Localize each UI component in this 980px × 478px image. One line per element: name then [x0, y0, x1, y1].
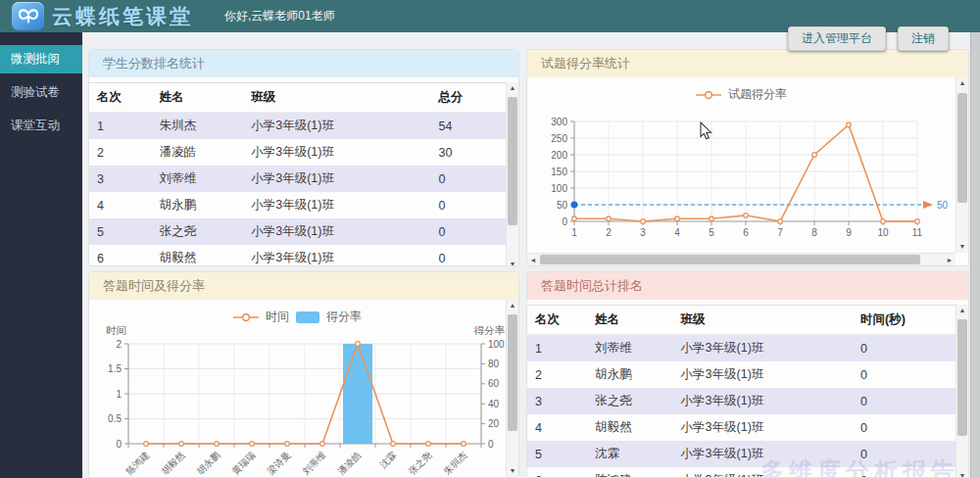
table-row: 4胡永鹏小学3年级(1)班0	[89, 192, 506, 218]
svg-text:250: 250	[551, 133, 567, 144]
svg-text:1: 1	[116, 389, 122, 400]
svg-text:50: 50	[937, 200, 949, 211]
col-name: 姓名	[152, 83, 244, 113]
chart-vscrollbar[interactable]: ▲ ▼	[956, 77, 968, 253]
sidebar-item-micro-review[interactable]: 微测批阅	[0, 45, 82, 73]
svg-text:0: 0	[488, 439, 494, 450]
scroll-track[interactable]	[507, 311, 518, 465]
svg-text:20: 20	[488, 418, 500, 429]
svg-text:1: 1	[571, 227, 577, 238]
svg-text:11: 11	[912, 227, 923, 238]
scroll-thumb[interactable]	[508, 97, 517, 225]
svg-text:7: 7	[777, 227, 783, 238]
page-scrollbar-gutter[interactable]	[970, 32, 980, 478]
svg-text:张之尧: 张之尧	[406, 449, 433, 476]
svg-text:300: 300	[551, 117, 567, 127]
table-row: 4胡毅然小学3年级(1)班0	[527, 414, 956, 441]
scroll-up-icon[interactable]: ▲	[956, 305, 968, 316]
table-row: 2潘凌皓小学3年级(1)班30	[89, 139, 506, 166]
svg-text:50: 50	[557, 200, 568, 211]
legend-line-icon	[233, 312, 259, 322]
table-row: 5沈霖小学3年级(1)班0	[527, 441, 956, 467]
score-table-scrollbar[interactable]: ▲ ▼	[506, 82, 518, 266]
sidebar-item-test-paper[interactable]: 测验试卷	[0, 78, 82, 107]
col-rank: 名次	[527, 306, 587, 335]
svg-text:黄瑞瑞: 黄瑞瑞	[229, 450, 257, 477]
svg-text:100: 100	[488, 339, 505, 350]
svg-text:60: 60	[488, 378, 500, 389]
svg-text:刘蒂维: 刘蒂维	[300, 450, 327, 477]
question-rate-chart: 050100150200250300123456789101150	[527, 104, 955, 251]
panel-title-question-rate: 试题得分率统计	[527, 50, 968, 77]
sidebar-item-class-interaction[interactable]: 课堂互动	[0, 112, 82, 140]
chart-hscrollbar[interactable]: ◄ ►	[527, 253, 956, 265]
panel-time-ranking: 答题时间总计排名 名次 姓名 班级 时间(秒) 1刘蒂维小学3年级(1)班02胡…	[526, 271, 969, 478]
table-row: 3刘蒂维小学3年级(1)班0	[89, 166, 506, 192]
score-ranking-body: 名次 姓名 班级 总分 1朱圳杰小学3年级(1)班542潘凌皓小学3年级(1)班…	[89, 82, 518, 266]
svg-text:150: 150	[551, 167, 567, 177]
svg-text:100: 100	[551, 183, 567, 194]
svg-text:5: 5	[709, 227, 714, 238]
svg-text:得分率: 得分率	[474, 324, 506, 336]
svg-text:8: 8	[811, 227, 817, 238]
table-header-row: 名次 姓名 班级 时间(秒)	[527, 306, 956, 335]
svg-text:陈鸿建: 陈鸿建	[123, 450, 151, 477]
svg-text:0.5: 0.5	[108, 413, 122, 424]
col-rank: 名次	[89, 83, 152, 113]
scroll-down-icon[interactable]: ▼	[956, 241, 968, 253]
top-buttons: 进入管理平台 注销	[788, 26, 949, 51]
app-logo	[12, 2, 44, 30]
scroll-left-icon[interactable]: ◄	[527, 257, 539, 263]
scroll-track[interactable]	[956, 316, 968, 470]
panel-title-time-rate: 答题时间及得分率	[89, 272, 518, 300]
app-title: 云蝶纸笔课堂	[52, 3, 193, 30]
scroll-up-icon[interactable]: ▲	[507, 300, 518, 311]
sidebar: 微测批阅 测验试卷 课堂互动	[0, 32, 82, 478]
enter-admin-button[interactable]: 进入管理平台	[788, 26, 886, 51]
scroll-down-icon[interactable]: ▼	[507, 259, 518, 266]
svg-text:4: 4	[674, 227, 680, 238]
svg-text:6: 6	[743, 227, 749, 238]
panel-title-score-ranking: 学生分数排名统计	[89, 50, 518, 77]
table-row: 3张之尧小学3年级(1)班0	[527, 388, 956, 414]
scroll-up-icon[interactable]: ▲	[956, 77, 968, 89]
scroll-up-icon[interactable]: ▲	[507, 82, 518, 94]
scroll-down-icon[interactable]: ▼	[956, 470, 968, 478]
table-header-row: 名次 姓名 班级 总分	[89, 83, 506, 113]
scroll-thumb[interactable]	[957, 319, 967, 436]
panel-question-rate: 试题得分率统计 试题得分率 05010015020025030012345678…	[526, 49, 969, 266]
col-class: 班级	[243, 83, 430, 113]
col-name: 姓名	[587, 306, 672, 335]
time-rate-chart: 00.511.52020406080100时间得分率陈鸿建胡毅然胡永鹏黄瑞瑞梁诗…	[89, 322, 507, 477]
scroll-thumb[interactable]	[540, 255, 920, 264]
scroll-thumb[interactable]	[957, 93, 967, 203]
svg-text:80: 80	[488, 358, 500, 369]
scroll-down-icon[interactable]: ▼	[507, 465, 518, 477]
legend-bar-icon	[296, 311, 319, 323]
time-ranking-table: 名次 姓名 班级 时间(秒) 1刘蒂维小学3年级(1)班02胡永鹏小学3年级(1…	[527, 305, 956, 478]
panel-time-rate: 答题时间及得分率 时间 得分率 00.511.52020406080100时间得…	[88, 271, 519, 478]
chart-legend[interactable]: 试题得分率	[527, 86, 956, 103]
panel-title-time-ranking: 答题时间总计排名	[527, 272, 968, 300]
svg-text:2: 2	[606, 227, 612, 238]
svg-text:胡毅然: 胡毅然	[159, 449, 186, 476]
svg-text:10: 10	[877, 227, 889, 238]
svg-text:0: 0	[562, 216, 567, 227]
time-table-scrollbar[interactable]: ▲ ▼	[956, 305, 968, 478]
scroll-track[interactable]	[539, 254, 944, 265]
chart-vscrollbar[interactable]: ▲ ▼	[506, 300, 518, 477]
question-rate-body: 试题得分率 050100150200250300123456789101150 …	[527, 77, 968, 265]
panel-score-ranking: 学生分数排名统计 名次 姓名 班级 总分 1朱圳杰小学3年级(1)班542潘凌皓…	[88, 49, 519, 266]
svg-text:时间: 时间	[106, 324, 126, 336]
col-class: 班级	[673, 306, 854, 335]
scroll-right-icon[interactable]: ►	[944, 257, 956, 263]
logout-button[interactable]: 注销	[898, 26, 949, 51]
scroll-thumb[interactable]	[508, 314, 517, 431]
svg-text:200: 200	[551, 150, 567, 161]
svg-text:3: 3	[640, 227, 646, 238]
svg-text:1.5: 1.5	[108, 363, 122, 374]
svg-text:0: 0	[116, 439, 122, 450]
svg-text:2: 2	[116, 339, 122, 350]
scroll-track[interactable]	[507, 94, 518, 259]
scroll-track[interactable]	[956, 89, 968, 241]
